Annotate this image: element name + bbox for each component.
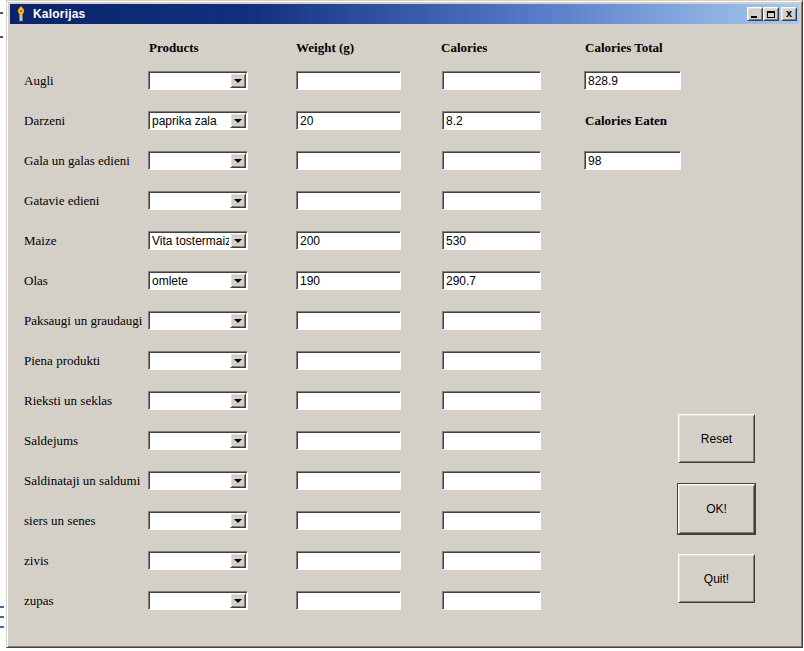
product-select-rieksti[interactable] xyxy=(148,391,248,410)
calories-input-saldejums[interactable] xyxy=(442,431,541,450)
torch-icon xyxy=(13,6,29,22)
chevron-down-icon[interactable] xyxy=(230,353,246,368)
chevron-down-icon[interactable] xyxy=(230,273,246,288)
product-select-saldinataji[interactable] xyxy=(148,471,248,490)
calories-total-header: Calories Total xyxy=(585,40,663,56)
weight-input-gala[interactable] xyxy=(296,151,401,170)
calories-input-piena[interactable] xyxy=(442,351,541,370)
product-select-paksaugi[interactable] xyxy=(148,311,248,330)
product-select-value xyxy=(149,152,229,169)
weight-input-olas[interactable] xyxy=(296,271,401,290)
category-label-gatavie: Gatavie edieni xyxy=(24,192,148,210)
product-select-value: omlete xyxy=(149,272,229,289)
product-select-gatavie[interactable] xyxy=(148,191,248,210)
calories-input-saldinataji[interactable] xyxy=(442,471,541,490)
weight-input-saldinataji[interactable] xyxy=(296,471,401,490)
weight-input-siers[interactable] xyxy=(296,511,401,530)
chevron-down-icon[interactable] xyxy=(230,553,246,568)
chevron-down-icon[interactable] xyxy=(230,593,246,608)
product-select-value xyxy=(149,592,229,609)
product-select-siers[interactable] xyxy=(148,511,248,530)
chevron-down-icon[interactable] xyxy=(230,233,246,248)
weight-input-zupas[interactable] xyxy=(296,591,401,610)
arrow-glyph xyxy=(234,279,242,283)
product-select-augli[interactable] xyxy=(148,71,248,90)
category-label-darzeni: Darzeni xyxy=(24,112,148,130)
chevron-down-icon[interactable] xyxy=(230,73,246,88)
chevron-down-icon[interactable] xyxy=(230,433,246,448)
arrow-glyph xyxy=(234,119,242,123)
chevron-down-icon[interactable] xyxy=(230,193,246,208)
calories-input-zupas[interactable] xyxy=(442,591,541,610)
calories-input-gatavie[interactable] xyxy=(442,191,541,210)
calories-input-olas[interactable] xyxy=(442,271,541,290)
calories-input-siers[interactable] xyxy=(442,511,541,530)
category-label-saldinataji: Saldinataji un saldumi xyxy=(24,472,148,490)
product-select-olas[interactable]: omlete xyxy=(148,271,248,290)
arrow-glyph xyxy=(234,559,242,563)
weight-input-maize[interactable] xyxy=(296,231,401,250)
product-select-zupas[interactable] xyxy=(148,591,248,610)
calories-input-darzeni[interactable] xyxy=(442,111,541,130)
close-icon: x xyxy=(786,8,792,19)
arrow-glyph xyxy=(234,79,242,83)
maximize-button[interactable] xyxy=(763,7,779,21)
category-label-zivis: zivis xyxy=(24,552,148,570)
chevron-down-icon[interactable] xyxy=(230,513,246,528)
product-select-value xyxy=(149,192,229,209)
calories-eaten-field[interactable] xyxy=(584,151,681,170)
product-select-piena[interactable] xyxy=(148,351,248,370)
calories-input-zivis[interactable] xyxy=(442,551,541,570)
reset-button[interactable]: Reset xyxy=(678,414,755,463)
weight-input-gatavie[interactable] xyxy=(296,191,401,210)
weight-header: Weight (g) xyxy=(296,40,354,56)
calories-input-paksaugi[interactable] xyxy=(442,311,541,330)
maximize-icon xyxy=(767,11,775,18)
weight-input-darzeni[interactable] xyxy=(296,111,401,130)
category-label-siers: siers un senes xyxy=(24,512,148,530)
weight-input-rieksti[interactable] xyxy=(296,391,401,410)
weight-input-zivis[interactable] xyxy=(296,551,401,570)
calories-input-augli[interactable] xyxy=(442,71,541,90)
arrow-glyph xyxy=(234,359,242,363)
category-label-olas: Olas xyxy=(24,272,148,290)
chevron-down-icon[interactable] xyxy=(230,313,246,328)
desktop-artifact xyxy=(0,626,4,628)
quit-button[interactable]: Quit! xyxy=(678,554,755,603)
product-select-value xyxy=(149,352,229,369)
ok-button[interactable]: OK! xyxy=(678,484,755,534)
chevron-down-icon[interactable] xyxy=(230,473,246,488)
product-select-gala[interactable] xyxy=(148,151,248,170)
calories-input-rieksti[interactable] xyxy=(442,391,541,410)
chevron-down-icon[interactable] xyxy=(230,113,246,128)
product-select-saldejums[interactable] xyxy=(148,431,248,450)
product-select-zivis[interactable] xyxy=(148,551,248,570)
product-select-value xyxy=(149,312,229,329)
product-select-value: paprika zala xyxy=(149,112,229,129)
desktop-artifact xyxy=(0,606,4,608)
desktop-artifact xyxy=(0,36,3,38)
calories-input-maize[interactable] xyxy=(442,231,541,250)
calories-header: Calories xyxy=(441,40,487,56)
product-select-value xyxy=(149,472,229,489)
weight-input-saldejums[interactable] xyxy=(296,431,401,450)
title-bar[interactable]: Kalorijas x xyxy=(10,4,799,24)
window-title: Kalorijas xyxy=(33,7,86,21)
weight-input-paksaugi[interactable] xyxy=(296,311,401,330)
product-select-darzeni[interactable]: paprika zala xyxy=(148,111,248,130)
minimize-button[interactable] xyxy=(747,7,763,21)
chevron-down-icon[interactable] xyxy=(230,153,246,168)
calories-total-field[interactable] xyxy=(584,71,681,90)
weight-input-piena[interactable] xyxy=(296,351,401,370)
arrow-glyph xyxy=(234,439,242,443)
category-label-maize: Maize xyxy=(24,232,148,250)
category-label-saldejums: Saldejums xyxy=(24,432,148,450)
calories-input-gala[interactable] xyxy=(442,151,541,170)
close-button[interactable]: x xyxy=(781,7,797,21)
weight-input-augli[interactable] xyxy=(296,71,401,90)
products-header: Products xyxy=(149,40,199,56)
app-window: Kalorijas x Products Weight (g) Calories… xyxy=(6,0,803,648)
chevron-down-icon[interactable] xyxy=(230,393,246,408)
product-select-value xyxy=(149,392,229,409)
product-select-maize[interactable]: Vita tostermaize xyxy=(148,231,248,250)
